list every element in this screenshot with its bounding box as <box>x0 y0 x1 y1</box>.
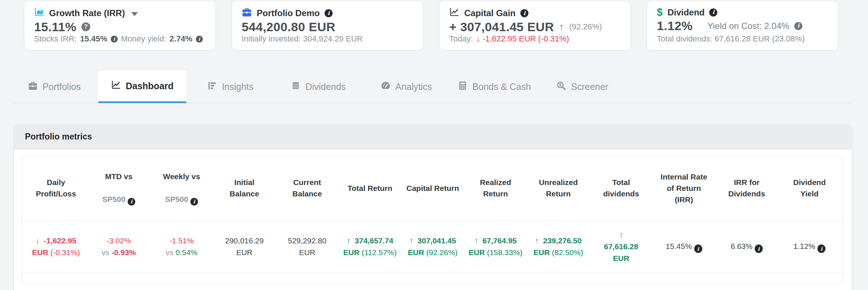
info-icon[interactable]: i <box>190 198 198 206</box>
cell-total-return: ↑ 374,657.74 EUR (112.57%) <box>338 235 401 258</box>
cell-capital-return: ↑ 307,041.45 EUR (92.26%) <box>401 235 464 258</box>
up-arrow-icon: ↑ <box>593 229 649 241</box>
money-yield-value: 2.74% <box>169 34 192 44</box>
chevron-down-icon[interactable] <box>131 12 138 16</box>
up-arrow-icon: ↑ <box>347 236 351 245</box>
help-icon[interactable]: ? <box>81 22 90 31</box>
col-current-balance: Current Balance <box>276 177 338 199</box>
metrics-table: Daily Profit/Loss MTD vs SP500 i Weekly … <box>22 155 843 284</box>
stocks-irr-label: Stocks IRR: <box>34 34 77 44</box>
table-row: ↓ -1,622.95 EUR (-0.31%) -3.02% vs -0.93… <box>22 221 843 273</box>
col-unrealized-return: Unrealized Return <box>527 177 590 199</box>
info-icon[interactable]: i <box>694 244 702 253</box>
cell-irr-for-dividends: 6.63%i <box>715 240 778 253</box>
tab-label: Screener <box>571 81 608 92</box>
stat-card-dividend: $ Dividend i 1.12% Yield on Cost: 2.04% … <box>647 1 838 50</box>
panel-title: Portfolio metrics <box>14 124 851 149</box>
line-chart-icon <box>449 7 459 19</box>
today-change: ↓ -1,622.95 EUR (-0.31%) <box>476 34 569 44</box>
tab-screener[interactable]: $ Screener <box>538 71 626 103</box>
total-dividends: Total dividends: 67,616.28 EUR (23.08%) <box>657 34 805 44</box>
cell-mtd-vs-sp500: -3.02% vs -0.93% <box>87 235 150 258</box>
card-title: Dividend <box>667 7 704 18</box>
up-arrow-icon: ↑ <box>474 236 478 245</box>
cell-total-dividends: ↑ 67,616.28 EUR <box>590 229 652 264</box>
search-dollar-icon: $ <box>556 81 566 93</box>
stat-card-growth-rate: Growth Rate (IRR) 15.11% ? Stocks IRR: 1… <box>25 1 215 50</box>
cell-initial-balance: 290,016.29 EUR <box>213 235 276 258</box>
tab-label: Bonds & Cash <box>472 81 531 92</box>
portfolio-value: 544,200.80 EUR <box>242 20 336 34</box>
col-daily-profit-loss: Daily Profit/Loss <box>25 177 87 199</box>
col-dividend-yield: Dividend Yield <box>778 177 841 199</box>
portfolio-metrics-panel: Portfolio metrics Daily Profit/Loss MTD … <box>14 124 851 290</box>
info-icon[interactable]: i <box>794 22 802 30</box>
tab-dashboard[interactable]: Dashboard <box>98 71 186 103</box>
up-arrow-icon: ↑ <box>535 236 539 245</box>
tab-analytics[interactable]: Analytics <box>362 71 450 103</box>
info-icon[interactable]: i <box>755 244 763 253</box>
money-yield-label: Money yield: <box>121 34 166 44</box>
briefcase-icon <box>28 81 38 93</box>
card-title: Portfolio Demo <box>257 8 320 18</box>
col-mtd-vs-sp500: MTD vs SP500 i <box>87 159 150 217</box>
info-icon[interactable]: i <box>709 8 717 17</box>
col-total-dividends: Total dividends <box>590 177 652 199</box>
tab-dividends[interactable]: Dividends <box>274 71 362 103</box>
line-chart-icon <box>111 80 121 92</box>
cell-realized-return: ↑ 67,764.95 EUR (158.33%) <box>464 235 527 258</box>
dividend-yield-value: 1.12% <box>657 19 693 33</box>
col-capital-return: Capital Return <box>401 182 464 194</box>
info-icon[interactable]: i <box>128 198 135 206</box>
initially-invested: Initially invested: 304,924.29 EUR <box>242 34 363 44</box>
today-label: Today: <box>449 34 473 44</box>
gauge-icon <box>381 81 391 93</box>
growth-rate-value: 15.11% <box>34 20 76 34</box>
stat-card-capital-gain: Capital Gain i + 307,041.45 EUR ↑ (92.26… <box>440 1 630 50</box>
cell-weekly-vs-sp500: -1.51% vs 0.54% <box>150 235 213 258</box>
info-icon[interactable]: i <box>196 36 203 43</box>
info-icon[interactable]: i <box>817 244 825 253</box>
info-icon[interactable]: i <box>111 36 118 43</box>
card-title: Capital Gain <box>464 8 516 18</box>
briefcase-icon <box>242 7 252 19</box>
col-weekly-vs-sp500: Weekly vs SP500 i <box>150 159 213 217</box>
tab-label: Dashboard <box>126 81 174 91</box>
col-irr-for-dividends: IRR for Dividends <box>715 177 778 199</box>
cell-dividend-yield: 1.12%i <box>778 240 841 253</box>
yield-on-cost: Yield on Cost: 2.04% <box>707 21 789 31</box>
coins-icon <box>291 81 301 93</box>
table-header-row: Daily Profit/Loss MTD vs SP500 i Weekly … <box>22 156 843 221</box>
tab-label: Portfolios <box>43 81 81 92</box>
cell-unrealized-return: ↑ 239,276.50 EUR (82.50%) <box>527 235 590 258</box>
col-total-return: Total Return <box>338 182 401 194</box>
stat-card-portfolio-demo: Portfolio Demo i 544,200.80 EUR Initiall… <box>232 1 423 50</box>
col-internal-rate-of-return: Internal Rate of Return (IRR) <box>652 171 715 205</box>
cell-current-balance: 529,292.80 EUR <box>276 235 338 258</box>
info-icon[interactable]: i <box>520 9 528 17</box>
capital-gain-pct: (92.26%) <box>569 22 602 32</box>
tab-bar: Portfolios Dashboard Insights Dividends … <box>10 71 851 103</box>
area-chart-icon <box>34 7 44 19</box>
svg-text:$: $ <box>559 83 562 87</box>
card-title: Growth Rate (IRR) <box>49 8 125 18</box>
calculator-icon <box>458 81 468 93</box>
bar-list-icon <box>207 81 217 93</box>
cell-daily-profit-loss: ↓ -1,622.95 EUR (-0.31%) <box>25 235 87 258</box>
stocks-irr-value: 15.45% <box>80 34 107 44</box>
table-footer-strip <box>22 273 843 284</box>
tab-portfolios[interactable]: Portfolios <box>10 71 98 103</box>
tab-label: Analytics <box>395 81 432 92</box>
capital-gain-value: + 307,041.45 EUR <box>449 20 554 34</box>
tab-label: Insights <box>222 81 253 92</box>
tab-bonds-cash[interactable]: Bonds & Cash <box>450 71 538 103</box>
down-arrow-icon: ↓ <box>36 236 40 245</box>
up-arrow-icon: ↑ <box>559 21 564 33</box>
dollar-icon: $ <box>657 7 663 18</box>
cell-irr: 15.45%i <box>652 240 715 253</box>
up-arrow-icon: ↑ <box>409 236 413 245</box>
tab-label: Dividends <box>305 81 346 92</box>
tab-insights[interactable]: Insights <box>186 71 274 103</box>
info-icon[interactable]: i <box>325 9 333 17</box>
stat-cards-row: Growth Rate (IRR) 15.11% ? Stocks IRR: 1… <box>0 0 868 50</box>
